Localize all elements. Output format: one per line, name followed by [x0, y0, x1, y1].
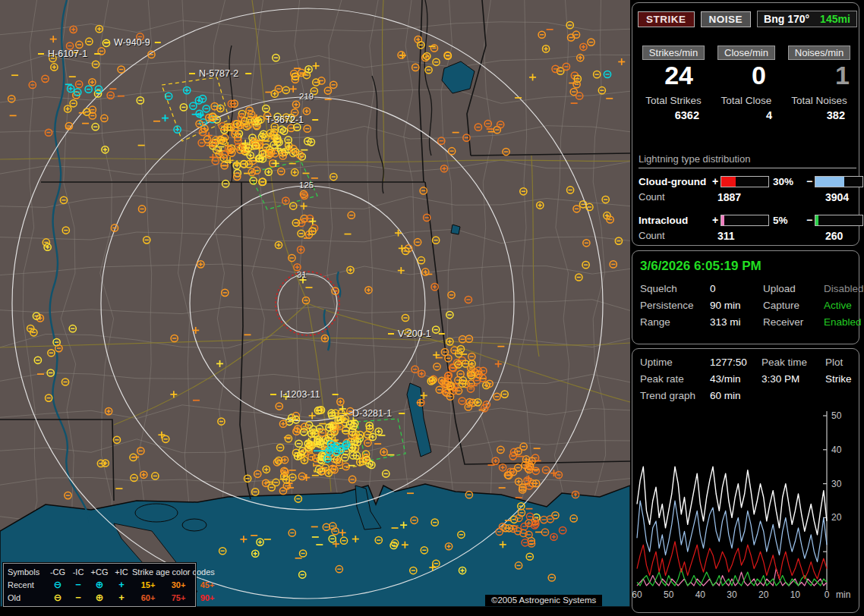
svg-text:W-940-9: W-940-9	[114, 37, 150, 48]
legend-age-header: Strike age color codes	[132, 567, 222, 577]
svg-text:50: 50	[831, 410, 842, 421]
cg-plus-count: 1887	[710, 191, 818, 203]
ic-minus-count: 260	[818, 230, 856, 242]
legend-col-pos-cg: +CG	[88, 567, 111, 577]
total-strikes-label: Total Strikes	[637, 95, 710, 106]
svg-text:10: 10	[790, 589, 801, 600]
range-value: 313 mi	[710, 316, 763, 328]
svg-text:125: 125	[299, 181, 314, 190]
total-close-label: Total Close	[710, 95, 783, 106]
ic-plus-count: 311	[710, 230, 818, 242]
svg-text:min: min	[836, 589, 850, 600]
svg-text:H-6107-1: H-6107-1	[48, 49, 87, 59]
trend-chart-canvas: 203040506050403020100min	[632, 407, 859, 611]
total-noises-label: Total Noises	[783, 95, 856, 106]
legend-age-30: 30+	[164, 580, 193, 589]
bearing-label: Bng 170°	[764, 13, 809, 25]
cg-plus-bar	[721, 176, 769, 187]
map-legend: Symbols -CG -IC +CG +IC Strike age color…	[3, 563, 196, 607]
plot-mode-value: Strike	[825, 373, 856, 385]
peak-rate-value: 43/min	[710, 373, 762, 385]
strike-toggle-button[interactable]: STRIKE	[638, 11, 695, 27]
strikes-per-min-value: 24	[637, 60, 710, 90]
svg-text:219: 219	[299, 92, 314, 101]
circle-minus-icon: ⊖	[47, 592, 68, 603]
strikes-per-min-chip: Strikes/min	[642, 46, 705, 60]
clock-settings-panel: 3/6/2026 6:05:19 PM Squelch 0 Upload Dis…	[632, 250, 859, 344]
minus-sign: −	[804, 175, 815, 187]
noises-per-min-value: 1	[783, 60, 856, 90]
plot-label: Plot	[825, 357, 856, 368]
upload-status: Disabled	[824, 283, 864, 294]
cg-minus-count: 3904	[818, 191, 856, 203]
svg-text:20: 20	[831, 512, 842, 523]
legend-age-15: 15+	[132, 580, 164, 589]
persistence-label: Persistence	[640, 300, 710, 311]
uptime-value: 1277:50	[710, 357, 762, 368]
cg-minus-bar	[815, 176, 863, 187]
receiver-label: Receiver	[763, 316, 824, 328]
cloud-ground-label: Cloud-ground	[639, 176, 710, 187]
intracloud-label: Intracloud	[639, 215, 710, 226]
total-noises-value: 382	[783, 109, 856, 121]
minus-icon: −	[68, 579, 88, 590]
ic-count-label: Count	[639, 230, 710, 242]
close-per-min-value: 0	[710, 60, 783, 90]
svg-text:50: 50	[664, 589, 674, 600]
legend-col-neg-cg: -CG	[47, 567, 68, 577]
ic-minus-bar	[815, 215, 863, 226]
total-strikes-value: 6362	[637, 109, 710, 121]
bearing-range: 145mi	[820, 13, 850, 25]
strike-stats-panel: STRIKE NOISE Bng 170°145mi Strikes/min C…	[632, 2, 859, 246]
plus-sign: +	[710, 175, 721, 187]
plus-icon: +	[111, 592, 132, 603]
minus-sign: −	[804, 214, 815, 226]
svg-text:60: 60	[632, 589, 642, 600]
noise-toggle-button[interactable]: NOISE	[701, 11, 752, 27]
legend-row-old-label: Old	[8, 593, 47, 602]
plus-icon: +	[111, 579, 132, 590]
total-close-value: 4	[710, 109, 783, 121]
legend-symbols-header: Symbols	[8, 567, 47, 577]
legend-age-60: 60+	[132, 593, 164, 602]
svg-text:40: 40	[831, 445, 842, 455]
noises-per-min-chip: Noises/min	[788, 46, 850, 60]
map-canvas[interactable]: 3131125125219219H-6107-1H-6107-1W-940-9W…	[0, 0, 630, 607]
close-per-min-chip: Close/min	[717, 46, 775, 60]
svg-text:N-5787-2: N-5787-2	[199, 68, 238, 79]
capture-status: Active	[824, 300, 864, 311]
squelch-label: Squelch	[640, 283, 710, 294]
legend-age-75: 75+	[164, 593, 193, 602]
copyright-label: ©2005 Astrogenic Systems	[485, 595, 602, 606]
plus-sign: +	[710, 214, 721, 226]
lightning-map[interactable]: 3131125125219219H-6107-1H-6107-1W-940-9W…	[0, 0, 630, 607]
trend-graph-label: Trend graph	[640, 390, 710, 401]
upload-label: Upload	[763, 283, 824, 294]
cg-count-label: Count	[639, 191, 710, 203]
bearing-readout: Bng 170°145mi	[757, 11, 857, 27]
legend-age-90: 90+	[193, 593, 222, 602]
ic-plus-bar	[721, 215, 769, 226]
peak-time-value: 3:30 PM	[762, 373, 825, 385]
circle-minus-icon: ⊖	[47, 579, 68, 590]
svg-text:V-200-1: V-200-1	[398, 328, 431, 339]
cg-plus-percent: 30%	[769, 176, 804, 187]
legend-age-45: 45+	[193, 580, 222, 589]
circle-plus-icon: ⊕	[88, 579, 111, 590]
persistence-value: 90 min	[710, 300, 763, 311]
app-window: 3131125125219219H-6107-1H-6107-1W-940-9W…	[0, 0, 864, 616]
svg-text:T-3672-1: T-3672-1	[266, 115, 304, 125]
svg-text:D-3281-1: D-3281-1	[352, 408, 392, 419]
peak-rate-label: Peak rate	[640, 373, 710, 385]
svg-text:0: 0	[825, 589, 830, 600]
legend-col-neg-ic: -IC	[68, 567, 88, 577]
peak-time-label: Peak time	[762, 357, 825, 368]
receiver-status: Enabled	[824, 316, 864, 328]
range-label: Range	[640, 316, 710, 328]
distribution-title: Lightning type distribution	[639, 153, 856, 168]
circle-plus-icon: ⊕	[88, 592, 111, 603]
svg-text:31: 31	[297, 270, 307, 279]
squelch-value: 0	[710, 283, 763, 294]
svg-text:20: 20	[758, 589, 769, 600]
legend-row-recent-label: Recent	[8, 580, 47, 589]
